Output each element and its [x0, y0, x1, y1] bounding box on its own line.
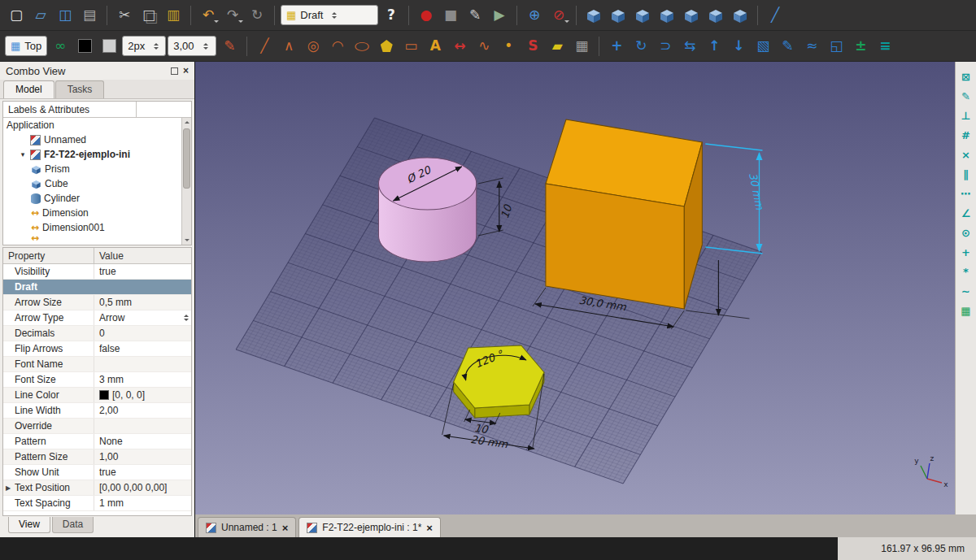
toggle-grid[interactable]: ▦: [957, 302, 974, 319]
view-top[interactable]: [631, 4, 654, 27]
draft-point[interactable]: •: [497, 35, 520, 58]
view-right[interactable]: [656, 4, 678, 27]
move[interactable]: +: [605, 35, 628, 58]
save-file[interactable]: ◫: [54, 4, 76, 27]
shape-2d-view[interactable]: ◱: [825, 35, 847, 58]
property-value[interactable]: false: [99, 343, 120, 354]
snap-lock[interactable]: ⊠: [957, 68, 974, 85]
paste[interactable]: ▥: [162, 4, 185, 27]
property-value[interactable]: 1,00: [99, 451, 118, 462]
property-value[interactable]: None: [99, 436, 123, 447]
edit[interactable]: ✎: [776, 35, 799, 58]
draft-facebinder[interactable]: ▰: [546, 35, 569, 58]
draft-wire[interactable]: ∧: [277, 35, 300, 58]
document-tab-unnamed-1[interactable]: Unnamed : 1×: [198, 517, 296, 537]
tree-item-dimension[interactable]: ↔Dimension: [3, 206, 191, 220]
tree-item-cylinder[interactable]: Cylinder: [3, 191, 191, 206]
tree-item-partial[interactable]: ↔: [3, 235, 191, 241]
snap-extension[interactable]: ⋯: [957, 185, 974, 202]
rotate[interactable]: ↻: [630, 35, 652, 58]
property-value[interactable]: true: [99, 266, 116, 277]
apply-style[interactable]: ✎: [218, 35, 241, 58]
macro-stop[interactable]: ■: [439, 4, 462, 27]
property-row-show-unit[interactable]: Show Unittrue: [3, 465, 191, 480]
snap-parallel[interactable]: ∥: [957, 166, 974, 183]
undo[interactable]: ↶: [197, 4, 220, 27]
upgrade[interactable]: ↑: [703, 35, 725, 58]
close-tab-icon[interactable]: ×: [282, 522, 289, 534]
print[interactable]: ▤: [78, 4, 101, 27]
snap-grid[interactable]: #: [957, 127, 974, 144]
property-row-decimals[interactable]: Decimals0: [3, 326, 191, 341]
property-row-pattern[interactable]: PatternNone: [3, 434, 191, 449]
tree-scrollbar[interactable]: [181, 118, 191, 245]
draft-hatch[interactable]: ▦: [570, 35, 593, 58]
tab-view[interactable]: View: [8, 517, 50, 533]
add-to-group[interactable]: ±: [849, 35, 872, 58]
property-value[interactable]: [0, 0, 0]: [112, 389, 145, 401]
draft-arc[interactable]: ◠: [326, 35, 349, 58]
tab-data[interactable]: Data: [52, 517, 94, 533]
tree-item-unnamed[interactable]: Unnamed: [3, 132, 191, 147]
cut[interactable]: ✂: [113, 4, 136, 27]
property-value[interactable]: true: [99, 467, 116, 478]
property-value[interactable]: 0: [99, 328, 105, 339]
tree-item-f2-t22-ejemplo-ini[interactable]: ▾F2-T22-ejemplo-ini: [3, 147, 191, 162]
tree-item-prism[interactable]: Prism: [3, 162, 191, 176]
snap-center[interactable]: ⊙: [957, 224, 974, 241]
snap-intersection[interactable]: ×: [957, 146, 974, 163]
scrollbar-track[interactable]: [182, 127, 191, 236]
property-row-arrow-size[interactable]: Arrow Size0,5 mm: [3, 295, 191, 310]
face-color[interactable]: [98, 35, 120, 58]
draw-style-dropdown-icon[interactable]: [564, 20, 569, 25]
redo-dropdown-icon[interactable]: [238, 20, 243, 25]
draft-bspline[interactable]: ∿: [473, 35, 495, 58]
view-isometric[interactable]: [582, 4, 605, 27]
macro-record[interactable]: ●: [415, 4, 438, 27]
scrollbar-thumb[interactable]: [183, 128, 190, 189]
close-panel-icon[interactable]: ×: [183, 66, 189, 76]
new-file[interactable]: ▢: [5, 4, 28, 27]
snap-endpoint[interactable]: ✎: [957, 88, 974, 105]
tree-item-dimension001[interactable]: ↔Dimension001: [3, 220, 191, 235]
property-value[interactable]: 3 mm: [99, 374, 124, 385]
open-file[interactable]: ▱: [29, 4, 52, 27]
refresh[interactable]: ↻: [246, 4, 268, 27]
line-width[interactable]: 2px: [122, 36, 166, 56]
property-row-font-size[interactable]: Font Size3 mm: [3, 372, 191, 388]
draft-dimension[interactable]: ↔: [448, 35, 471, 58]
draft-line[interactable]: ╱: [253, 35, 276, 58]
font-size[interactable]: 3,00: [168, 36, 216, 56]
expander-icon[interactable]: ▶: [6, 484, 11, 492]
draft-circle[interactable]: ◎: [302, 35, 325, 58]
scroll-up-icon[interactable]: [182, 118, 191, 127]
macro-edit[interactable]: ✎: [464, 4, 486, 27]
snap-near[interactable]: ∼: [957, 283, 974, 300]
spinner-arrows[interactable]: [332, 10, 337, 21]
draft-shapestring[interactable]: S: [521, 35, 544, 58]
3d-scene[interactable]: Ø 20 10: [195, 62, 955, 514]
property-row-font-name[interactable]: Font Name: [3, 357, 191, 372]
undo-dropdown-icon[interactable]: [214, 20, 219, 25]
working-plane-top[interactable]: ▦Top: [5, 36, 47, 56]
draft-text[interactable]: A: [424, 35, 447, 58]
snap-angle[interactable]: ∠: [957, 205, 974, 222]
copy[interactable]: □: [137, 4, 160, 27]
3d-viewport[interactable]: Ø 20 10: [195, 62, 955, 514]
view-front[interactable]: [607, 4, 630, 27]
view-bottom[interactable]: [704, 4, 727, 27]
workbench-selector[interactable]: ▦Draft: [281, 5, 378, 25]
property-row-pattern-size[interactable]: Pattern Size1,00: [3, 449, 191, 465]
property-row-text-position[interactable]: ▶Text Position[0,00 0,00 0,00]: [3, 480, 191, 496]
tree-item-application[interactable]: Application: [3, 118, 191, 132]
draft-ellipse[interactable]: ◯: [351, 35, 373, 58]
spinner-arrows[interactable]: [203, 41, 208, 52]
spinner-arrows[interactable]: [154, 41, 159, 52]
redo[interactable]: ↷: [221, 4, 244, 27]
property-value[interactable]: 2,00: [99, 405, 118, 416]
expander-icon[interactable]: ▾: [19, 150, 27, 158]
line-color[interactable]: [73, 35, 96, 58]
property-value[interactable]: [0,00 0,00 0,00]: [99, 482, 167, 493]
draft-polygon[interactable]: [375, 35, 398, 58]
spinner-arrows[interactable]: [184, 312, 189, 323]
